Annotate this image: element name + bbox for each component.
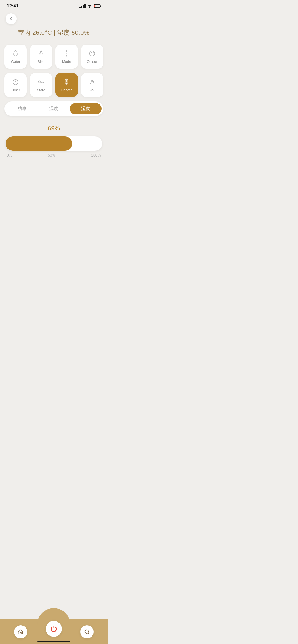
svg-point-4	[66, 53, 67, 54]
tab-humidity[interactable]: 湿度	[70, 103, 102, 114]
slider-max: 100%	[91, 153, 101, 157]
state-icon	[37, 78, 45, 86]
water-label: Water	[11, 60, 20, 64]
heater-icon	[63, 78, 70, 86]
uv-icon: UV	[88, 78, 96, 86]
svg-point-0	[89, 7, 90, 8]
svg-line-25	[94, 83, 94, 84]
svg-text:UV: UV	[91, 81, 93, 83]
grid-item-colour[interactable]: Colour	[81, 45, 103, 69]
uv-label: UV	[90, 88, 95, 92]
svg-point-10	[89, 51, 95, 56]
status-icons	[79, 4, 101, 8]
grid-row1: Water Size Mode Colour	[0, 45, 108, 69]
grid-row2: Timer State Heater UV	[0, 73, 108, 97]
state-label: State	[37, 88, 45, 92]
battery-icon	[94, 4, 101, 8]
svg-rect-3	[94, 5, 95, 7]
svg-rect-2	[100, 5, 101, 7]
size-label: Size	[38, 60, 44, 64]
status-bar: 12:41	[0, 0, 108, 10]
timer-icon	[12, 78, 19, 86]
wifi-icon	[87, 4, 92, 8]
signal-icon	[79, 4, 86, 8]
room-info: 室内 26.0°C | 湿度 50.0%	[0, 29, 108, 37]
svg-line-27	[90, 83, 91, 84]
mode-label: Mode	[62, 60, 71, 64]
slider-track[interactable]	[6, 136, 102, 151]
grid-item-size[interactable]: Size	[30, 45, 52, 69]
slider-value: 69%	[6, 125, 102, 132]
svg-line-26	[94, 80, 94, 80]
svg-line-24	[90, 80, 91, 80]
tab-power[interactable]: 功率	[6, 103, 38, 114]
slider-min: 0%	[7, 153, 12, 157]
svg-point-11	[93, 52, 93, 53]
grid-item-mode[interactable]: Mode	[55, 45, 78, 69]
svg-point-18	[66, 82, 67, 82]
timer-label: Timer	[11, 88, 20, 92]
back-button[interactable]	[6, 13, 17, 24]
tab-temperature[interactable]: 温度	[38, 103, 70, 114]
grid-item-timer[interactable]: Timer	[4, 73, 27, 97]
grid-item-state[interactable]: State	[30, 73, 52, 97]
tab-bar: 功率 温度 湿度	[4, 101, 103, 116]
heater-label: Heater	[61, 88, 72, 92]
colour-label: Colour	[87, 60, 97, 64]
slider-mid: 50%	[48, 153, 55, 157]
slider-fill	[6, 136, 72, 151]
colour-icon	[88, 50, 96, 57]
size-icon	[37, 50, 45, 57]
grid-item-heater[interactable]: Heater	[55, 73, 78, 97]
slider-section: 69% 0% 50% 100%	[0, 119, 108, 160]
water-icon	[12, 50, 19, 57]
grid-item-water[interactable]: Water	[4, 45, 27, 69]
grid-item-uv[interactable]: UV UV	[81, 73, 103, 97]
status-time: 12:41	[7, 3, 18, 9]
mode-icon	[63, 50, 70, 57]
slider-labels: 0% 50% 100%	[6, 151, 102, 157]
